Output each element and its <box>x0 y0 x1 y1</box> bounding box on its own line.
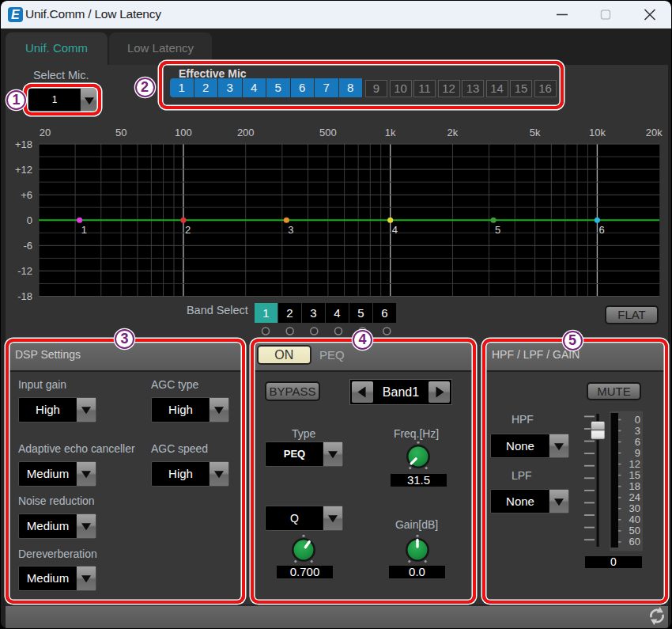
svg-text:2k: 2k <box>447 127 459 138</box>
svg-text:1: 1 <box>81 224 87 236</box>
svg-text:E: E <box>11 8 21 21</box>
svg-text:100: 100 <box>175 127 192 138</box>
svg-text:-6: -6 <box>23 240 32 252</box>
svg-text:50: 50 <box>115 127 126 138</box>
svg-text:2: 2 <box>185 224 191 236</box>
svg-text:5: 5 <box>495 224 500 236</box>
svg-text:+18: +18 <box>15 138 32 150</box>
svg-text:20k: 20k <box>646 127 663 138</box>
svg-text:1k: 1k <box>385 127 396 138</box>
svg-text:3: 3 <box>288 224 293 236</box>
svg-text:+6: +6 <box>21 189 32 201</box>
svg-text:500: 500 <box>319 127 337 138</box>
svg-text:-18: -18 <box>17 290 32 302</box>
svg-text:6: 6 <box>598 224 604 236</box>
svg-text:5k: 5k <box>530 127 541 138</box>
svg-text:-12: -12 <box>17 265 32 277</box>
svg-text:20: 20 <box>40 127 51 138</box>
svg-text:0: 0 <box>27 214 32 226</box>
svg-text:200: 200 <box>237 127 255 138</box>
svg-text:4: 4 <box>392 224 398 236</box>
svg-text:+12: +12 <box>15 164 32 176</box>
svg-text:10k: 10k <box>589 127 606 138</box>
